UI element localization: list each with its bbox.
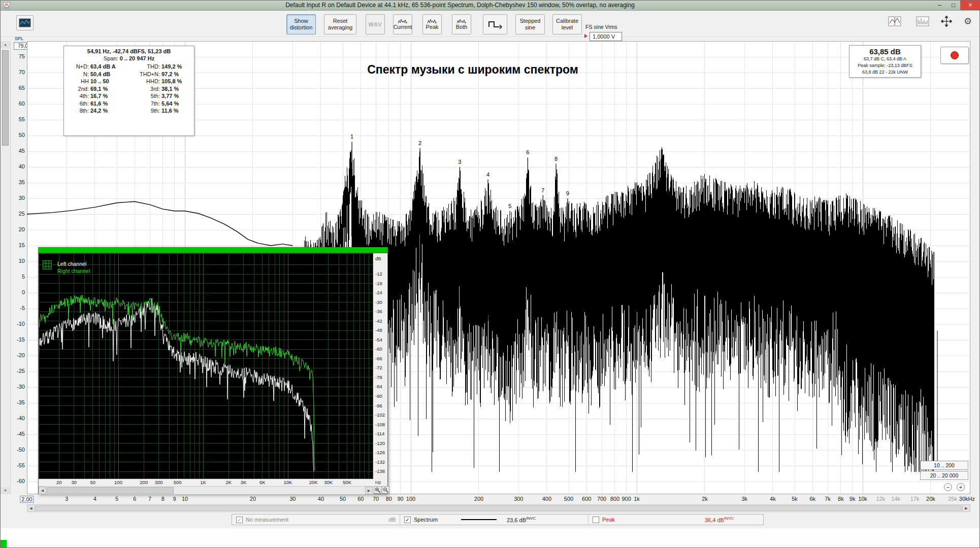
taskbar-green-square <box>1 540 7 548</box>
peak-button[interactable]: Peak <box>422 14 442 35</box>
stepped-sine-button[interactable]: Steppedsine <box>515 14 545 35</box>
bar-display-button[interactable] <box>914 15 931 27</box>
info-value: 50,4 dB <box>90 71 129 77</box>
info-label: 3rd: <box>129 86 161 92</box>
inset-zoom-out-button[interactable] <box>382 486 389 494</box>
horizontal-scrollbar[interactable]: ◀ ▶ <box>27 504 970 512</box>
x-zoom-in-button[interactable]: + <box>957 483 965 491</box>
y-tick-label: 40 <box>11 163 25 169</box>
x-tick-label: 70 <box>373 496 379 502</box>
inset-y-tick-label: -12 <box>375 271 388 277</box>
pan-zoom-icon <box>941 16 952 27</box>
info-label: 4th: <box>64 93 90 99</box>
hscroll-left-icon[interactable]: ◀ <box>27 505 35 511</box>
inset-titlebar[interactable] <box>39 248 387 253</box>
both-button[interactable]: Both <box>452 14 471 35</box>
scroll-up-icon[interactable]: ▲ <box>1 41 10 48</box>
y-axis-caption: SPL <box>15 36 23 41</box>
y-tick-label: -20 <box>11 352 25 358</box>
info-value: 105,8 % <box>161 78 191 84</box>
minimize-button[interactable]: – <box>933 1 946 10</box>
info-label: HH <box>64 78 90 84</box>
record-button[interactable] <box>940 47 969 64</box>
info-value: 10 .. 50 <box>90 78 129 84</box>
spl-meter-box: 63,85 dB 63,7 dB C, 63,4 dB A Peak sampl… <box>849 45 921 78</box>
y-tick-label: 70 <box>11 69 25 75</box>
cursor-readout-button[interactable] <box>887 15 903 27</box>
peak-icon <box>428 18 437 24</box>
spl-meter-line3: 63,8 dB 22 - 22k UNW <box>850 69 921 76</box>
vertical-scroll-thumb[interactable] <box>2 50 9 146</box>
harmonic-marker: 9 <box>566 190 569 196</box>
x-tick-label: 80 <box>386 496 392 502</box>
inset-x-tick-label: 20 <box>56 480 62 485</box>
x-zoom-out-button[interactable]: − <box>944 483 952 491</box>
status-group-measurement: ✓ No measurement dB <box>232 515 400 525</box>
pan-zoom-button[interactable] <box>939 15 954 27</box>
reset-averaging-button[interactable]: Resetaveraging <box>324 14 356 35</box>
no-measurement-checkbox[interactable]: ✓ <box>236 517 243 523</box>
inset-y-tick-label: -114 <box>375 431 388 436</box>
inset-x-tick-label: 300 <box>155 480 163 485</box>
y-tick-label: 65 <box>11 85 25 91</box>
info-value: 11,6 % <box>161 108 191 114</box>
inset-x-tick-label: 1K <box>200 480 206 485</box>
info-value: 69,1 % <box>90 86 129 92</box>
scroll-down-icon[interactable]: ▼ <box>1 487 10 494</box>
y-tick-label: 25 <box>11 211 25 217</box>
y-tick-label: -35 <box>11 399 25 405</box>
inset-scroll-left-icon[interactable]: ◀ <box>39 487 46 494</box>
y-tick-label: 35 <box>11 179 25 185</box>
y-tick-label: -25 <box>11 368 25 374</box>
inset-analyzer-window[interactable]: Left channel Right channel dB -12-18-24-… <box>38 247 388 494</box>
inset-scrollbar[interactable]: ◀ ▶ <box>39 486 373 494</box>
inset-scroll-right-icon[interactable]: ▶ <box>365 487 373 494</box>
generator-button[interactable] <box>483 14 507 35</box>
y-tick-label: -30 <box>11 384 25 390</box>
calibrate-level-button[interactable]: Calibratelevel <box>552 14 582 35</box>
x-tick-label: 800 <box>610 496 619 502</box>
x-tick-label: 30 <box>289 496 296 502</box>
info-label: THD+N: <box>129 71 161 77</box>
spectrum-checkbox[interactable]: ✓ <box>404 517 411 523</box>
status-group-peak: Peak 36,4 dBINVC <box>589 515 763 525</box>
inset-x-tick-label: 3K <box>241 480 247 485</box>
wav-button[interactable]: WAV <box>366 14 385 35</box>
fs-sine-vrms-input[interactable]: 1,0000 V <box>590 32 622 41</box>
show-distortion-button[interactable]: Showdistortion <box>286 14 316 35</box>
range-20-20000-button[interactable]: 20 .. 20 000 <box>920 471 968 480</box>
inset-y-tick-label: -132 <box>375 459 388 465</box>
current-button[interactable]: Current <box>393 14 412 35</box>
inset-y-tick-label: -54 <box>375 337 388 342</box>
inset-scroll-thumb[interactable] <box>47 487 174 494</box>
y-tick-label: 15 <box>11 242 25 248</box>
inset-y-tick-label: -108 <box>375 422 388 427</box>
inset-y-tick-label: -42 <box>375 318 388 324</box>
inset-zoom-in-button[interactable] <box>374 486 381 494</box>
inset-x-tick-label: 30 <box>71 480 77 485</box>
settings-gear-icon[interactable]: ⚙ <box>962 15 974 27</box>
vertical-offset-scrollbar[interactable]: ▲ ▼ <box>1 41 11 494</box>
info-value: 63,4 dB A <box>90 63 129 70</box>
harmonic-marker: 8 <box>554 156 558 162</box>
info-value: 97,2 % <box>161 71 191 77</box>
x-tick-label: 90 <box>398 496 404 502</box>
x-tick-label: 9k <box>850 496 856 502</box>
peak-checkbox[interactable] <box>593 517 599 523</box>
both-icon <box>457 18 466 24</box>
scope-snapshot-button[interactable] <box>16 15 34 30</box>
hscroll-thumb[interactable] <box>36 505 962 511</box>
inset-spectrum-plot[interactable]: Left channel Right channel <box>39 253 373 479</box>
desktop-strip <box>1 528 980 548</box>
span-readout: Span: 0 .. 20 947 Hz <box>64 55 194 61</box>
inset-x-tick-label: 500 <box>174 480 182 485</box>
bar-display-icon <box>916 16 929 26</box>
range-10-200-button[interactable]: 10 .. 200 <box>920 461 968 470</box>
harmonic-marker: 1 <box>350 133 353 140</box>
cursor-readout-icon <box>888 16 901 26</box>
maximize-button[interactable]: □ <box>946 1 960 10</box>
inset-hz-caption: Hz <box>375 480 381 485</box>
info-value: 5,64 % <box>161 100 191 107</box>
close-button[interactable]: × <box>960 1 980 10</box>
hscroll-right-icon[interactable]: ▶ <box>962 505 970 511</box>
